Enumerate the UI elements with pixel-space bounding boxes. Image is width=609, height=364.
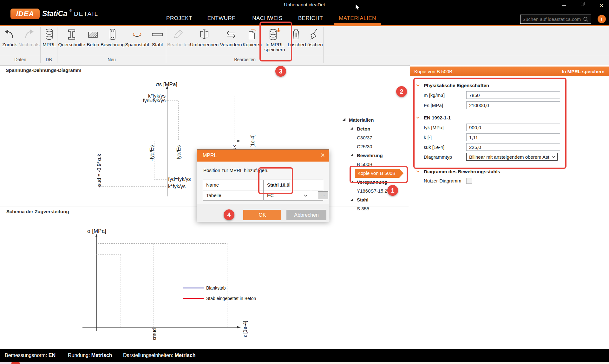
- euk-input[interactable]: [466, 143, 560, 151]
- ribbon-loeschen-button[interactable]: Löschen: [288, 27, 304, 59]
- brand-module: DETAIL: [74, 10, 98, 17]
- es-input[interactable]: [466, 101, 560, 109]
- steel-plate-icon: [149, 27, 165, 42]
- tree-item-c30-37[interactable]: C30/37: [357, 135, 372, 140]
- taskbar-app-icon: [11, 362, 20, 364]
- trash-icon: [288, 27, 304, 42]
- chevron-down-icon[interactable]: [416, 84, 420, 86]
- panel-save-to-mprl-button[interactable]: In MPRL speichern: [562, 69, 605, 74]
- broom-icon: [305, 27, 322, 42]
- tab-entwurf[interactable]: ENTWURF: [207, 15, 235, 22]
- step-badge-2: 2: [396, 86, 407, 97]
- euk-label: εuk [1e-4]: [424, 144, 444, 150]
- tree-group-vorspannung[interactable]: Vorspannung: [357, 179, 387, 185]
- ribbon-mprl-button[interactable]: MPRL: [42, 27, 57, 59]
- name-field-value[interactable]: Stahl 10.9: [264, 180, 290, 190]
- concrete-hatch-icon: [85, 27, 101, 42]
- chevron-down-icon[interactable]: [416, 117, 420, 119]
- dialog-footer: OK Abbrechen: [197, 204, 329, 222]
- cancel-button[interactable]: Abbrechen: [286, 210, 326, 220]
- y-axis-label: σ [MPa]: [87, 228, 106, 234]
- ribbon-zurueck-button[interactable]: Zurück: [1, 27, 18, 59]
- tree-group-beton[interactable]: Beton: [357, 126, 370, 131]
- browse-button[interactable]: ...: [318, 191, 328, 199]
- section-diagramm-bewehrungsstahl[interactable]: Diagramm des Bewehrungsstahls: [424, 169, 500, 174]
- tree-group-bewehrung[interactable]: Bewehrung: [357, 153, 383, 158]
- minimize-button[interactable]: [558, 2, 570, 10]
- label-neg-fyd: fyd=fyk/γs: [168, 176, 191, 182]
- tab-bericht[interactable]: BERICHT: [298, 15, 323, 22]
- ok-button[interactable]: OK: [243, 210, 281, 220]
- tree-item-b500b[interactable]: B 500B: [357, 162, 372, 167]
- tree-expander-icon[interactable]: [350, 153, 353, 156]
- ribbon-nochmals-button[interactable]: Nochmals: [18, 27, 39, 59]
- tree-expander-icon[interactable]: [343, 118, 345, 121]
- status-bar: Bemessungsnorm: EN Rundung: Metrisch Dar…: [0, 349, 609, 362]
- tree-item-kopie-von-b500b[interactable]: Kopie von B 500B: [355, 169, 403, 178]
- search-input[interactable]: [521, 16, 583, 22]
- restore-button[interactable]: [577, 2, 589, 10]
- tabelle-select[interactable]: EC: [264, 190, 274, 201]
- ribbon-in-mprl-speichern-button[interactable]: In MPRL speichern: [262, 27, 287, 59]
- label-neg-k-fyk: k*fyk/γs: [168, 184, 186, 189]
- ribbon-separator: [323, 27, 324, 63]
- tab-projekt[interactable]: PROJEKT: [166, 15, 192, 22]
- ribbon-veraendern-button[interactable]: Verändern: [219, 27, 243, 59]
- stress-strain-title: Spannungs-Dehnungs-Diagramm: [6, 67, 81, 73]
- close-button[interactable]: ×: [595, 2, 608, 10]
- tree-expander-icon[interactable]: [350, 198, 353, 201]
- chevron-down-icon[interactable]: [416, 170, 420, 173]
- chevron-down-icon[interactable]: [304, 195, 307, 197]
- tendon-icon: [125, 27, 149, 42]
- pencil-icon: [167, 27, 189, 42]
- nutzer-diagramm-checkbox[interactable]: [466, 178, 472, 184]
- tree-item-y1860s7[interactable]: Y1860S7-15.2: [357, 188, 387, 194]
- ribbon-umbenennen-button[interactable]: Umbenennen: [189, 27, 219, 59]
- tree-item-s355[interactable]: S 355: [357, 206, 369, 211]
- tree-expander-icon[interactable]: [350, 127, 353, 130]
- info-button[interactable]: i: [598, 15, 606, 23]
- window-title: Unbenannt.ideaDet: [0, 2, 609, 7]
- tension-stiffening-chart: σ [MPa] εmud ε [1e-4] Blankstab Stab ein…: [76, 222, 266, 347]
- tree-group-stahl[interactable]: Stahl: [357, 197, 369, 202]
- tab-materialien[interactable]: MATERIALIEN: [339, 15, 376, 22]
- fyk-label: fyk [MPa]: [424, 125, 444, 130]
- k-input[interactable]: [466, 133, 560, 141]
- dialog-title-bar[interactable]: MPRL: [197, 150, 329, 162]
- status-darstellungseinheiten: Darstellungseinheiten: Metrisch: [123, 353, 196, 358]
- panel-title: Kopie von B 500B: [414, 69, 452, 74]
- diagrammtyp-select[interactable]: Bilinear mit ansteigendem oberem Ast: [466, 153, 558, 161]
- ribbon-querschnitte-button[interactable]: Querschnitte: [58, 27, 85, 59]
- m-input[interactable]: [466, 91, 560, 99]
- ribbon-spannstahl-button[interactable]: Spannstahl: [125, 27, 149, 59]
- section-physikalische-eigenschaften[interactable]: Physikalische Eigenschaften: [424, 83, 489, 88]
- database-save-icon: [262, 27, 287, 42]
- ribbon-group-db: DB: [41, 57, 57, 62]
- legend-stab-eingebettet: Stab eingebettet in Beton: [206, 296, 256, 301]
- ribbon-bewehrung-button[interactable]: Bewehrung: [101, 27, 125, 59]
- chevron-down-icon: [552, 156, 555, 158]
- grid-col-divider: [263, 180, 264, 200]
- dialog-close-icon[interactable]: ✕: [320, 150, 325, 162]
- dialog-message: Position zur MPRL hinzufügen.: [203, 168, 268, 173]
- section-en-1992-1-1[interactable]: EN 1992-1-1: [424, 115, 451, 120]
- tab-nachweis[interactable]: NACHWEIS: [252, 15, 283, 22]
- fyk-input[interactable]: [466, 124, 560, 131]
- tabelle-field-label: Tabelle: [203, 190, 221, 201]
- es-label: Es [MPa]: [424, 103, 443, 108]
- search-box[interactable]: [520, 15, 591, 24]
- ribbon-stahl-button[interactable]: Stahl: [149, 27, 165, 59]
- tree-expander-icon[interactable]: [350, 180, 353, 183]
- redo-icon: [18, 27, 39, 42]
- tree-root-materialien[interactable]: Materialien: [349, 117, 374, 123]
- swap-arrows-icon: [219, 27, 243, 42]
- taskbar-strip: [0, 362, 609, 364]
- step-badge-1: 1: [387, 185, 398, 196]
- legend-blankstab: Blankstab: [206, 285, 226, 291]
- ribbon-beton-button[interactable]: Beton: [85, 27, 101, 59]
- ribbon-kopieren-button[interactable]: Kopieren: [243, 27, 262, 59]
- label-neg-fyd-es: -fyd/Es: [149, 145, 154, 161]
- tree-item-c25-30[interactable]: C25/30: [357, 144, 372, 149]
- ribbon-loeschen-alle-button[interactable]: Löschen: [305, 27, 322, 59]
- ribbon-bearbeiten-button[interactable]: Bearbeiten: [167, 27, 189, 59]
